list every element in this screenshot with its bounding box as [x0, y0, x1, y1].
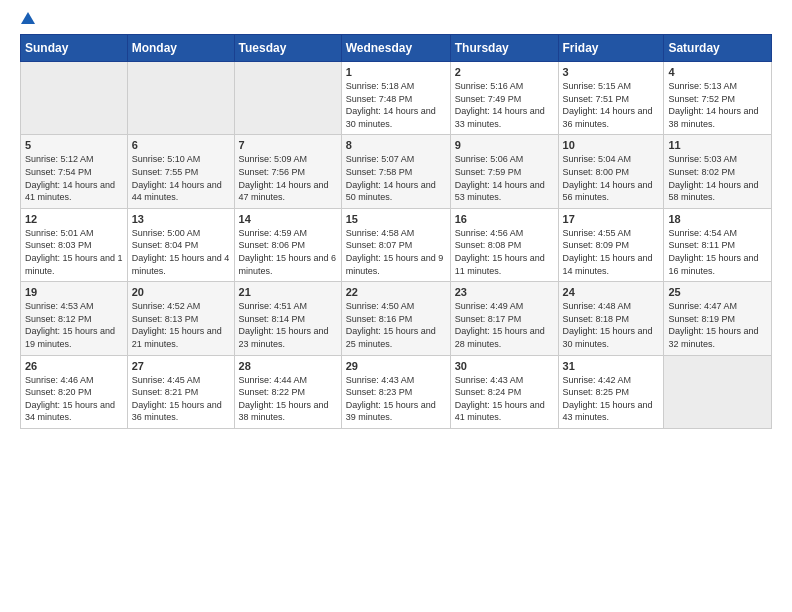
day-number: 27: [132, 360, 230, 372]
day-number: 7: [239, 139, 337, 151]
day-number: 29: [346, 360, 446, 372]
day-number: 6: [132, 139, 230, 151]
cell-content: Sunrise: 4:50 AMSunset: 8:16 PMDaylight:…: [346, 300, 446, 350]
cell-content: Sunrise: 4:56 AMSunset: 8:08 PMDaylight:…: [455, 227, 554, 277]
calendar-cell: 7Sunrise: 5:09 AMSunset: 7:56 PMDaylight…: [234, 135, 341, 208]
day-number: 10: [563, 139, 660, 151]
calendar-cell: 18Sunrise: 4:54 AMSunset: 8:11 PMDayligh…: [664, 208, 772, 281]
column-header-thursday: Thursday: [450, 35, 558, 62]
day-number: 31: [563, 360, 660, 372]
calendar-cell: 12Sunrise: 5:01 AMSunset: 8:03 PMDayligh…: [21, 208, 128, 281]
cell-content: Sunrise: 4:52 AMSunset: 8:13 PMDaylight:…: [132, 300, 230, 350]
calendar-cell: 21Sunrise: 4:51 AMSunset: 8:14 PMDayligh…: [234, 282, 341, 355]
logo: [20, 16, 36, 28]
calendar-cell: [127, 62, 234, 135]
cell-content: Sunrise: 4:51 AMSunset: 8:14 PMDaylight:…: [239, 300, 337, 350]
calendar-cell: 14Sunrise: 4:59 AMSunset: 8:06 PMDayligh…: [234, 208, 341, 281]
calendar-cell: 2Sunrise: 5:16 AMSunset: 7:49 PMDaylight…: [450, 62, 558, 135]
calendar-week-5: 26Sunrise: 4:46 AMSunset: 8:20 PMDayligh…: [21, 355, 772, 428]
calendar-cell: 28Sunrise: 4:44 AMSunset: 8:22 PMDayligh…: [234, 355, 341, 428]
calendar-cell: [21, 62, 128, 135]
day-number: 28: [239, 360, 337, 372]
day-number: 11: [668, 139, 767, 151]
calendar-cell: 1Sunrise: 5:18 AMSunset: 7:48 PMDaylight…: [341, 62, 450, 135]
cell-content: Sunrise: 4:49 AMSunset: 8:17 PMDaylight:…: [455, 300, 554, 350]
cell-content: Sunrise: 4:53 AMSunset: 8:12 PMDaylight:…: [25, 300, 123, 350]
cell-content: Sunrise: 5:18 AMSunset: 7:48 PMDaylight:…: [346, 80, 446, 130]
cell-content: Sunrise: 5:15 AMSunset: 7:51 PMDaylight:…: [563, 80, 660, 130]
column-header-friday: Friday: [558, 35, 664, 62]
cell-content: Sunrise: 4:44 AMSunset: 8:22 PMDaylight:…: [239, 374, 337, 424]
day-number: 2: [455, 66, 554, 78]
column-header-saturday: Saturday: [664, 35, 772, 62]
cell-content: Sunrise: 4:55 AMSunset: 8:09 PMDaylight:…: [563, 227, 660, 277]
calendar-cell: 3Sunrise: 5:15 AMSunset: 7:51 PMDaylight…: [558, 62, 664, 135]
day-number: 20: [132, 286, 230, 298]
cell-content: Sunrise: 4:54 AMSunset: 8:11 PMDaylight:…: [668, 227, 767, 277]
cell-content: Sunrise: 5:06 AMSunset: 7:59 PMDaylight:…: [455, 153, 554, 203]
cell-content: Sunrise: 4:46 AMSunset: 8:20 PMDaylight:…: [25, 374, 123, 424]
cell-content: Sunrise: 4:48 AMSunset: 8:18 PMDaylight:…: [563, 300, 660, 350]
cell-content: Sunrise: 5:10 AMSunset: 7:55 PMDaylight:…: [132, 153, 230, 203]
day-number: 14: [239, 213, 337, 225]
calendar-week-3: 12Sunrise: 5:01 AMSunset: 8:03 PMDayligh…: [21, 208, 772, 281]
day-number: 5: [25, 139, 123, 151]
day-number: 25: [668, 286, 767, 298]
day-number: 22: [346, 286, 446, 298]
day-number: 18: [668, 213, 767, 225]
calendar-week-1: 1Sunrise: 5:18 AMSunset: 7:48 PMDaylight…: [21, 62, 772, 135]
day-number: 8: [346, 139, 446, 151]
calendar-cell: 5Sunrise: 5:12 AMSunset: 7:54 PMDaylight…: [21, 135, 128, 208]
calendar-cell: 31Sunrise: 4:42 AMSunset: 8:25 PMDayligh…: [558, 355, 664, 428]
calendar-cell: [664, 355, 772, 428]
cell-content: Sunrise: 5:16 AMSunset: 7:49 PMDaylight:…: [455, 80, 554, 130]
cell-content: Sunrise: 5:03 AMSunset: 8:02 PMDaylight:…: [668, 153, 767, 203]
calendar-cell: 4Sunrise: 5:13 AMSunset: 7:52 PMDaylight…: [664, 62, 772, 135]
day-number: 26: [25, 360, 123, 372]
cell-content: Sunrise: 5:13 AMSunset: 7:52 PMDaylight:…: [668, 80, 767, 130]
day-number: 3: [563, 66, 660, 78]
day-number: 15: [346, 213, 446, 225]
day-number: 19: [25, 286, 123, 298]
calendar-week-2: 5Sunrise: 5:12 AMSunset: 7:54 PMDaylight…: [21, 135, 772, 208]
calendar-cell: 23Sunrise: 4:49 AMSunset: 8:17 PMDayligh…: [450, 282, 558, 355]
calendar-cell: 8Sunrise: 5:07 AMSunset: 7:58 PMDaylight…: [341, 135, 450, 208]
day-number: 13: [132, 213, 230, 225]
day-number: 21: [239, 286, 337, 298]
column-header-sunday: Sunday: [21, 35, 128, 62]
day-number: 30: [455, 360, 554, 372]
calendar-cell: 15Sunrise: 4:58 AMSunset: 8:07 PMDayligh…: [341, 208, 450, 281]
calendar-cell: 10Sunrise: 5:04 AMSunset: 8:00 PMDayligh…: [558, 135, 664, 208]
cell-content: Sunrise: 5:00 AMSunset: 8:04 PMDaylight:…: [132, 227, 230, 277]
day-number: 23: [455, 286, 554, 298]
calendar-cell: 24Sunrise: 4:48 AMSunset: 8:18 PMDayligh…: [558, 282, 664, 355]
cell-content: Sunrise: 5:01 AMSunset: 8:03 PMDaylight:…: [25, 227, 123, 277]
cell-content: Sunrise: 5:12 AMSunset: 7:54 PMDaylight:…: [25, 153, 123, 203]
day-number: 17: [563, 213, 660, 225]
cell-content: Sunrise: 4:59 AMSunset: 8:06 PMDaylight:…: [239, 227, 337, 277]
day-number: 12: [25, 213, 123, 225]
cell-content: Sunrise: 5:04 AMSunset: 8:00 PMDaylight:…: [563, 153, 660, 203]
day-number: 24: [563, 286, 660, 298]
logo-triangle-icon: [21, 12, 35, 24]
page-header: [20, 16, 772, 28]
header-row: SundayMondayTuesdayWednesdayThursdayFrid…: [21, 35, 772, 62]
calendar-table: SundayMondayTuesdayWednesdayThursdayFrid…: [20, 34, 772, 429]
calendar-cell: 17Sunrise: 4:55 AMSunset: 8:09 PMDayligh…: [558, 208, 664, 281]
calendar-cell: 25Sunrise: 4:47 AMSunset: 8:19 PMDayligh…: [664, 282, 772, 355]
cell-content: Sunrise: 4:45 AMSunset: 8:21 PMDaylight:…: [132, 374, 230, 424]
column-header-monday: Monday: [127, 35, 234, 62]
calendar-cell: 13Sunrise: 5:00 AMSunset: 8:04 PMDayligh…: [127, 208, 234, 281]
cell-content: Sunrise: 4:43 AMSunset: 8:23 PMDaylight:…: [346, 374, 446, 424]
calendar-cell: 9Sunrise: 5:06 AMSunset: 7:59 PMDaylight…: [450, 135, 558, 208]
cell-content: Sunrise: 5:07 AMSunset: 7:58 PMDaylight:…: [346, 153, 446, 203]
day-number: 1: [346, 66, 446, 78]
day-number: 9: [455, 139, 554, 151]
cell-content: Sunrise: 4:43 AMSunset: 8:24 PMDaylight:…: [455, 374, 554, 424]
calendar-cell: 20Sunrise: 4:52 AMSunset: 8:13 PMDayligh…: [127, 282, 234, 355]
calendar-week-4: 19Sunrise: 4:53 AMSunset: 8:12 PMDayligh…: [21, 282, 772, 355]
column-header-tuesday: Tuesday: [234, 35, 341, 62]
calendar-cell: 11Sunrise: 5:03 AMSunset: 8:02 PMDayligh…: [664, 135, 772, 208]
calendar-cell: 6Sunrise: 5:10 AMSunset: 7:55 PMDaylight…: [127, 135, 234, 208]
calendar-cell: [234, 62, 341, 135]
